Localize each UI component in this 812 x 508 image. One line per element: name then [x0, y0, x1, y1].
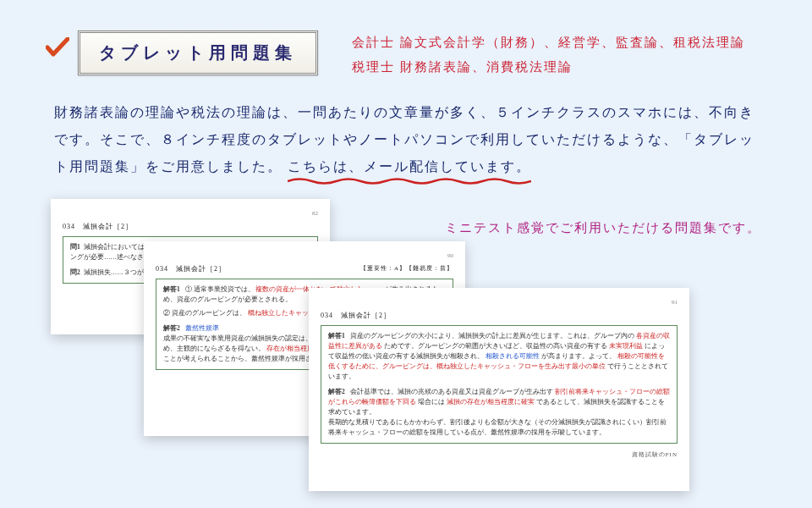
- a1-r2: 未実現利益: [609, 342, 643, 350]
- page-header: 034 減損会計［2］: [63, 222, 318, 233]
- squiggle-underline-icon: [288, 177, 531, 185]
- a2-label: 解答2: [163, 323, 180, 334]
- q2-label: 問2: [70, 268, 80, 278]
- a2-r2: 減損の存在が相当程度に確実: [447, 398, 535, 406]
- page-tags: 【重要性：A】【難易度：普】: [360, 264, 453, 273]
- content-box: 解答1 資産のグルーピングの大小により、減損損失の計上に差異が生じます。これは、…: [321, 325, 678, 444]
- checkmark-icon: [46, 37, 69, 58]
- page-number: 91: [321, 298, 678, 307]
- answer-1: 解答1 資産のグルーピングの大小により、減損損失の計上に差異が生じます。これは、…: [328, 331, 670, 382]
- answer-2: 解答2 会計基準では、減損の兆候のある資産又は資産グループが生み出す 割引前将来…: [328, 387, 670, 417]
- a1-part-a: ① 通常事業投資では、: [185, 285, 255, 293]
- header-row: タブレット用問題集 会計士 論文式会計学（財務）、経営学、監査論、租税法理論 税…: [0, 0, 812, 79]
- subject-line-2: 税理士 財務諸表論、消費税法理論: [352, 55, 745, 80]
- a1-bl1: 相殺される可能性: [486, 352, 540, 360]
- highlight-text: こちらは、メール配信しています。: [288, 159, 531, 174]
- page-number: 90: [156, 251, 453, 261]
- a2-b: 場合には: [418, 398, 445, 406]
- page-header: 034 減損会計［2］: [321, 311, 678, 322]
- highlighted-phrase: こちらは、メール配信しています。: [288, 153, 531, 180]
- page-footer: 資格試験のFIN: [321, 450, 678, 460]
- a2-d: 長期的な見積りであるにもかかわらず、割引後よりも金額が大きな（その分減損損失が認…: [328, 418, 667, 436]
- a1-d: が高まります。よって、: [541, 352, 616, 360]
- a2-head: 蓋然性規準: [185, 324, 219, 332]
- q1-label: 問1: [70, 242, 80, 252]
- page-header-text: 034 減損会計［2］: [156, 265, 226, 273]
- page-header: 034 減損会計［2］ 【重要性：A】【難易度：普】: [156, 264, 453, 275]
- a2-a: 会計基準では、減損の兆候のある資産又は資産グループが生み出す: [350, 388, 553, 395]
- a2-part-a: 成果の不確実な事業用資産の減損損失の認定は、: [163, 334, 312, 342]
- subject-line-1: 会計士 論文式会計学（財務）、経営学、監査論、租税法理論: [352, 30, 745, 55]
- page-previews: 82 034 減損会計［2］ 問1減損会計においては、資産のグルーピングが行われ…: [51, 199, 727, 508]
- description-paragraph: 財務諸表論の理論や税法の理論は、一問あたりの文章量が多く、５インチクラスのスマホ…: [0, 79, 812, 180]
- a1-b: ためです。グルーピングの範囲が大きいほど、収益性の高い資産の有する: [384, 342, 607, 350]
- a1-a: 資産のグルーピングの大小により、減損損失の計上に差異が生じます。これは、グループ…: [350, 332, 634, 340]
- preview-page-3: 91 034 減損会計［2］ 解答1 資産のグルーピングの大小により、減損損失の…: [309, 288, 689, 491]
- a1-part-c: ② 資産のグルーピングは、: [163, 309, 246, 317]
- a2-label: 解答2: [328, 387, 345, 397]
- a1-label: 解答1: [328, 331, 345, 341]
- answer-2-tail: 長期的な見積りであるにもかかわらず、割引後よりも金額が大きな（その分減損損失が認…: [328, 417, 670, 438]
- title-badge: タブレット用問題集: [78, 30, 318, 75]
- page-number: 82: [63, 209, 318, 218]
- subject-list: 会計士 論文式会計学（財務）、経営学、監査論、租税法理論 税理士 財務諸表論、消…: [352, 30, 745, 79]
- a1-label: 解答1: [163, 284, 180, 295]
